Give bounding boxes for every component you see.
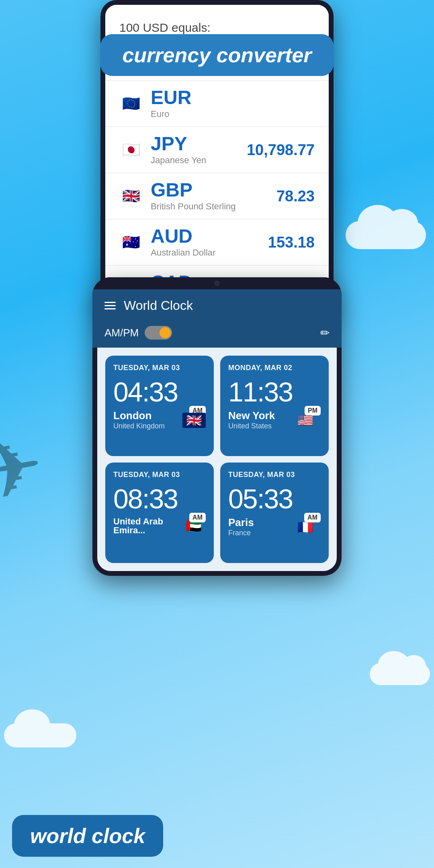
world-clock-title: World Clock [124, 298, 330, 313]
card-location-uae: United Arab Emira... [113, 517, 186, 535]
card-country-paris: France [228, 529, 254, 537]
card-time-uae: 08:33 [113, 485, 206, 512]
world-clock-bottom-label: world clock [12, 815, 163, 857]
flag-eur: 🇪🇺 [119, 92, 143, 115]
clock-card-uae[interactable]: TUESDAY, MAR 03 08:33 AM United Arab Emi… [105, 463, 214, 563]
ampm-badge-uae: AM [189, 513, 206, 522]
card-city-newyork: New York [228, 410, 275, 421]
card-time-newyork: 11:33 [228, 378, 321, 405]
cloud-decoration-2 [370, 663, 430, 685]
airplane-decoration: ✈ [0, 417, 51, 521]
ampm-badge-paris: AM [304, 513, 321, 522]
ampm-badge-newyork: PM [305, 406, 321, 416]
phone-bottom-device: World Clock AM/PM ✏ TUESDAY, MAR 03 04:3… [92, 277, 342, 576]
card-country-newyork: United States [228, 422, 275, 430]
currency-code-aud: AUD [151, 227, 268, 246]
ampm-label: AM/PM [104, 327, 139, 339]
currency-code-eur: EUR [151, 88, 315, 107]
toggle-knob [160, 327, 171, 338]
card-city-uae: United Arab Emira... [113, 517, 186, 535]
currency-name-gbp: British Pound Sterling [151, 201, 276, 212]
flag-london [182, 413, 206, 428]
currency-value-aud: 153.18 [268, 234, 315, 251]
phone-notch [92, 277, 342, 289]
currency-row-aud[interactable]: 🇦🇺 AUD Australian Dollar 153.18 [105, 219, 329, 266]
ampm-toggle[interactable] [145, 326, 172, 340]
card-location-newyork: New York United States [228, 410, 275, 430]
card-location-london: London United Kingdom [113, 410, 165, 430]
edit-icon[interactable]: ✏ [320, 326, 330, 340]
currency-value-jpy: 10,798.77 [247, 141, 315, 159]
currency-info-eur: EUR Euro [151, 88, 315, 119]
card-footer-london: London United Kingdom [113, 410, 206, 430]
hamburger-menu-icon[interactable] [104, 302, 116, 309]
world-clock-subheader: AM/PM ✏ [92, 322, 342, 348]
clock-card-london[interactable]: TUESDAY, MAR 03 04:33 AM London United K… [105, 356, 214, 456]
currency-name-eur: Euro [151, 109, 315, 119]
currency-row-gbp[interactable]: 🇬🇧 GBP British Pound Sterling 78.23 [105, 173, 329, 219]
card-date-paris: TUESDAY, MAR 03 [228, 471, 321, 479]
card-time-paris: 05:33 [228, 485, 321, 512]
card-city-paris: Paris [228, 517, 254, 528]
currency-row-eur[interactable]: 🇪🇺 EUR Euro [105, 81, 329, 127]
notch-camera [214, 280, 220, 286]
currency-name-jpy: Japanese Yen [151, 155, 247, 166]
currency-code-gbp: GBP [151, 180, 276, 200]
card-date-london: TUESDAY, MAR 03 [113, 364, 206, 372]
currency-info-gbp: GBP British Pound Sterling [151, 180, 276, 212]
currency-code-jpy: JPY [151, 134, 247, 154]
card-location-paris: Paris France [228, 517, 254, 537]
card-date-newyork: MONDAY, MAR 02 [228, 364, 321, 372]
currency-info-aud: AUD Australian Dollar [151, 227, 268, 258]
world-clock-content: TUESDAY, MAR 03 04:33 AM London United K… [97, 348, 337, 571]
currency-name-aud: Australian Dollar [151, 248, 268, 258]
ampm-section: AM/PM [104, 326, 172, 340]
clock-card-newyork[interactable]: MONDAY, MAR 02 11:33 PM New York United … [220, 356, 329, 456]
card-city-london: London [113, 410, 165, 421]
cloud-decoration-3 [4, 723, 76, 747]
card-time-london: 04:33 [113, 378, 206, 405]
world-clock-header: World Clock [92, 289, 342, 322]
currency-info-jpy: JPY Japanese Yen [151, 134, 247, 166]
flag-jpy: 🇯🇵 [119, 138, 143, 162]
card-date-uae: TUESDAY, MAR 03 [113, 471, 206, 479]
cloud-decoration-1 [346, 221, 426, 249]
card-country-london: United Kingdom [113, 422, 165, 430]
clock-card-paris[interactable]: TUESDAY, MAR 03 05:33 AM Paris France [220, 463, 329, 563]
clock-cards-grid: TUESDAY, MAR 03 04:33 AM London United K… [97, 348, 337, 571]
currency-value-gbp: 78.23 [276, 188, 315, 205]
currency-row-jpy[interactable]: 🇯🇵 JPY Japanese Yen 10,798.77 [105, 127, 329, 173]
flag-gbp: 🇬🇧 [119, 184, 143, 208]
flag-aud: 🇦🇺 [119, 231, 143, 254]
currency-converter-label: currency converter [100, 34, 334, 76]
